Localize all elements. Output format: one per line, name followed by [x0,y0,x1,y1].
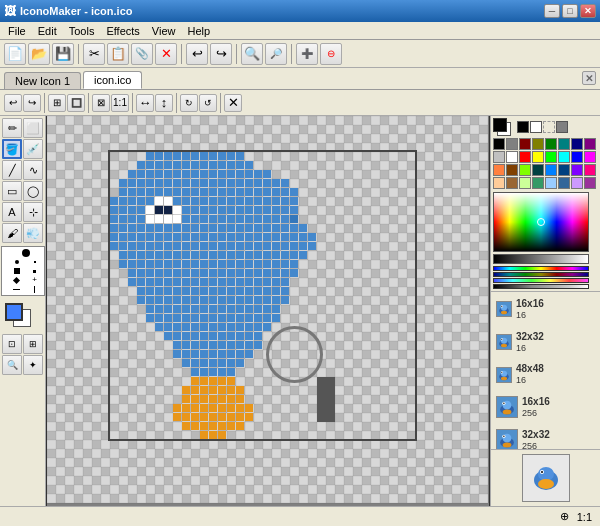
palette-cell[interactable] [519,151,531,163]
bs16[interactable] [4,276,12,284]
bs8[interactable] [22,258,30,266]
new-button[interactable]: 📄 [4,43,26,65]
tool-undo[interactable]: ↩ [4,94,22,112]
close-button[interactable]: ✕ [580,4,596,18]
redo-button[interactable]: ↪ [210,43,232,65]
tab-close-button[interactable]: ✕ [582,71,596,85]
palette-cell[interactable] [584,177,596,189]
palette-cell[interactable] [493,138,505,150]
bs21[interactable] [4,285,12,293]
copy-button[interactable]: 📋 [107,43,129,65]
mirror-v[interactable]: ↕ [155,94,173,112]
zoom-actual[interactable]: 1:1 [111,94,129,112]
bs13[interactable] [22,267,30,275]
palette-cell[interactable] [519,138,531,150]
menu-edit[interactable]: Edit [32,24,63,38]
dark-rainbow-line[interactable] [493,272,589,277]
paste-button[interactable]: 📎 [131,43,153,65]
palette-cell[interactable] [545,164,557,176]
color-gray[interactable] [556,121,568,133]
palette-cell[interactable] [584,164,596,176]
palette-cell[interactable] [493,164,505,176]
palette-cell[interactable] [545,177,557,189]
icon-size-item[interactable]: 32x32256 [493,425,598,449]
fg-swatch[interactable] [493,118,507,132]
gray-line[interactable] [493,284,589,289]
cut-button[interactable]: ✂ [83,43,105,65]
rainbow-line[interactable] [493,266,589,271]
bs18[interactable] [22,276,30,284]
palette-cell[interactable] [545,138,557,150]
pixel-canvas[interactable] [46,116,490,506]
gray-gradient[interactable] [493,254,589,264]
ellipse-tool[interactable]: ◯ [23,181,43,201]
eraser-tool[interactable]: ⬜ [23,118,43,138]
bs2[interactable] [13,249,21,257]
palette-cell[interactable] [532,151,544,163]
pattern-tool[interactable]: ⊞ [23,334,43,354]
palette-cell[interactable] [584,138,596,150]
palette-cell[interactable] [571,164,583,176]
icon-size-item[interactable]: 16x16256 [493,392,598,423]
minimize-button[interactable]: ─ [544,4,560,18]
bs12[interactable] [14,268,20,274]
palette-cell[interactable] [558,138,570,150]
curve-tool[interactable]: ∿ [23,160,43,180]
color-white[interactable] [530,121,542,133]
maximize-button[interactable]: □ [562,4,578,18]
mirror-h[interactable]: ↔ [136,94,154,112]
bs23[interactable] [22,285,30,293]
select-tool[interactable]: ⊹ [23,202,43,222]
save-button[interactable]: 💾 [52,43,74,65]
palette-cell[interactable] [532,177,544,189]
menu-view[interactable]: View [146,24,182,38]
tool-redo[interactable]: ↪ [23,94,41,112]
bs7[interactable] [15,260,19,264]
palette-cell[interactable] [558,177,570,189]
palette-cell[interactable] [571,138,583,150]
palette-cell[interactable] [519,164,531,176]
palette-cell[interactable] [506,164,518,176]
zoom-in-button[interactable]: 🔍 [241,43,263,65]
bs14[interactable] [33,270,36,273]
palette-cell[interactable] [506,138,518,150]
icon-size-item[interactable]: 32x3216 [493,327,598,358]
palette-cell[interactable] [584,151,596,163]
menu-help[interactable]: Help [181,24,216,38]
line-tool[interactable]: ╱ [2,160,22,180]
menu-file[interactable]: File [2,24,32,38]
extra-tool[interactable]: ✦ [23,355,43,375]
bs1[interactable] [4,249,12,257]
bs4[interactable] [31,249,39,257]
palette-cell[interactable] [506,151,518,163]
zoom-out-button[interactable]: 🔎 [265,43,287,65]
zoom-tool[interactable]: 🔍 [2,355,22,375]
palette-cell[interactable] [571,177,583,189]
bs11[interactable] [4,267,12,275]
color-black[interactable] [517,121,529,133]
palette-cell[interactable] [558,164,570,176]
add-icon-button[interactable]: ➕ [296,43,318,65]
delete-button[interactable]: ✕ [155,43,177,65]
tab-icon-ico[interactable]: icon.ico [83,71,142,89]
fill-tool[interactable]: 🪣 [2,139,22,159]
grid-toggle[interactable]: ⊞ [48,94,66,112]
palette-cell[interactable] [558,151,570,163]
rotate-ccw[interactable]: ↺ [199,94,217,112]
palette-cell[interactable] [545,151,557,163]
palette-cell[interactable] [506,177,518,189]
zoom-fit[interactable]: ⊠ [92,94,110,112]
menu-tools[interactable]: Tools [63,24,101,38]
remove-icon-button[interactable]: ⊖ [320,43,342,65]
palette-cell[interactable] [493,151,505,163]
pencil-tool[interactable]: ✏ [2,118,22,138]
rect-tool[interactable]: ▭ [2,181,22,201]
tab-new-icon[interactable]: New Icon 1 [4,72,81,89]
menu-effects[interactable]: Effects [100,24,145,38]
bs9[interactable] [34,261,36,263]
undo-button[interactable]: ↩ [186,43,208,65]
palette-cell[interactable] [493,177,505,189]
palette-cell[interactable] [519,177,531,189]
spray-tool[interactable]: 💨 [23,223,43,243]
snap-toggle[interactable]: 🔲 [67,94,85,112]
